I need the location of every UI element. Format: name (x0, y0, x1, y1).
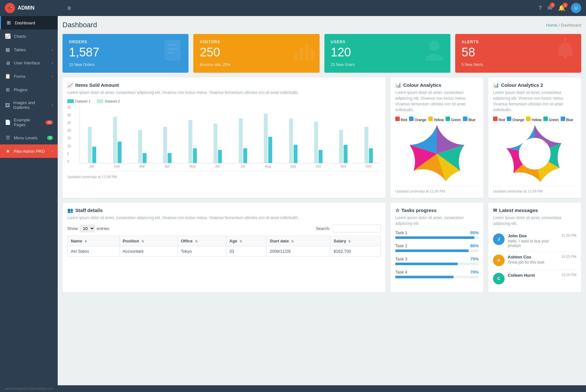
svg-rect-7 (294, 53, 298, 61)
pie-chart-2-wrap (493, 125, 576, 183)
pie-chart-2 (506, 125, 564, 183)
user-avatar[interactable]: U (571, 3, 581, 13)
legend-dataset2: Dataset 2 (97, 99, 120, 103)
cell-position: Accountant (119, 246, 178, 256)
bar-dataset2 (213, 124, 217, 163)
task-1-bg (395, 236, 479, 239)
page-header: Dashboard Home / Dashboard (63, 21, 581, 29)
msg-content-2: Ashton Cox Great job for this task (508, 255, 558, 265)
forms-arrow-icon: › (52, 75, 53, 78)
sidebar-item-menu-levels[interactable]: ☰ Menu Levels 9 (0, 131, 58, 144)
y-axis: 35 30 25 20 15 10 5 0 (67, 106, 71, 163)
col-salary[interactable]: Salary ⇅ (330, 236, 381, 246)
task-3-header: Task 3 75% (395, 257, 479, 261)
ui-arrow-icon: › (52, 61, 53, 65)
charts-row: 📈 Items Sold Amount Lorem ipsum dolor si… (63, 78, 581, 198)
sidebar-item-charts[interactable]: 📈 Charts (0, 29, 58, 43)
message-2: A Ashton Cox Great job for this task 14:… (493, 251, 576, 270)
col-position[interactable]: Position ⇅ (119, 236, 178, 246)
bar-dataset2 (88, 127, 92, 163)
bar-group-Jun (205, 105, 230, 163)
bar-group-Apr (155, 105, 180, 163)
table-row: Airi Satou Accountant Tokyo 33 2008/11/2… (68, 246, 381, 256)
bar-dataset2 (364, 127, 368, 163)
col-office[interactable]: Office ⇅ (178, 236, 226, 246)
msg-name-3: Colleen Hurst (508, 273, 558, 278)
task-1-fill (395, 236, 474, 239)
sidebar-item-example-pages[interactable]: 📄 Example Pages 20 (0, 114, 58, 131)
bar-month-label: May (180, 165, 205, 168)
chart-icon: 📈 (67, 82, 73, 88)
sidebar-item-label: Forms (14, 74, 26, 79)
stat-card-orders: ORDERS 1,587 15 New Orders (63, 34, 188, 73)
breadcrumb-home[interactable]: Home (546, 23, 557, 28)
svg-point-2 (11, 7, 12, 8)
sidebar-item-plugins[interactable]: ⊞ Plugins (0, 83, 58, 96)
help-icon[interactable]: ? (539, 5, 542, 12)
task-2: Task 2 88% (395, 243, 479, 252)
task-1-pct: 95% (470, 230, 479, 235)
bar-month-label: Apr (155, 165, 180, 168)
logo-icon (5, 3, 15, 13)
breadcrumb-current: Dashboard (561, 23, 581, 28)
brand-name: ADMIN (18, 5, 34, 11)
task-3-bg (395, 263, 479, 265)
legend-dot (526, 117, 531, 121)
task-4-label: Task 4 (395, 270, 407, 274)
bar-dataset1 (143, 153, 146, 163)
users-icon (423, 39, 446, 68)
task-1: Task 1 95% (395, 230, 479, 239)
task-1-label: Task 1 (395, 230, 407, 235)
messages-desc: Lorem ipsum dolor sit amet, consectetur … (493, 215, 576, 226)
pie-legend-1: Red Orange Yellow Green Blue (395, 117, 479, 122)
sidebar-item-images[interactable]: 🖼 Images and Galleries › (0, 96, 58, 114)
bell-icon[interactable]: 🔔 5 (558, 4, 565, 12)
mail-icon[interactable]: ✉ 3 (548, 4, 552, 12)
sidebar-item-tables[interactable]: ▦ Tables › (0, 43, 58, 56)
svg-point-13 (564, 38, 567, 41)
items-sold-card: 📈 Items Sold Amount Lorem ipsum dolor si… (63, 78, 386, 198)
bar-group-Jan (80, 105, 104, 163)
legend-color-2 (97, 99, 103, 103)
bar-group-Jul (231, 105, 255, 163)
task-4-pct: 70% (470, 270, 479, 274)
staff-details-desc: Lorem ipsum dolor sit amet, consectetur … (67, 215, 381, 221)
sidebar-item-user-interface[interactable]: 🖥 User Interface › (0, 56, 58, 69)
visitors-icon (292, 40, 315, 67)
svg-point-14 (519, 138, 551, 169)
task-4: Task 4 70% (395, 270, 479, 278)
msg-time-3: 13:20 PM (561, 273, 576, 277)
task-4-header: Task 4 70% (395, 270, 479, 274)
tasks-title: ☆ Tasks progress (395, 208, 479, 213)
colour-analytics-title: 📊 Colour Analytics (395, 82, 479, 88)
table-entries: Show 10 25 50 entries (67, 225, 109, 232)
task-2-fill (395, 249, 469, 252)
items-sold-footer: Updated yesterday at 11:59 PM (67, 171, 381, 179)
col-start-date[interactable]: Start date ⇅ (266, 236, 331, 246)
colour-analytics-card: 📊 Colour Analytics Lorem ipsum dolor sit… (390, 78, 483, 198)
navbar-right: ? ✉ 3 🔔 5 U (539, 3, 581, 13)
table-search: Search: (316, 225, 381, 233)
messages-list: J John Doe Hello. I want to buy your pro… (493, 230, 576, 288)
sidebar-item-forms[interactable]: 📋 Forms › (0, 69, 58, 83)
search-input[interactable] (333, 225, 381, 233)
bar-group-Sep (281, 105, 305, 163)
bar-dataset1 (243, 148, 247, 163)
ui-icon: 🖥 (5, 60, 11, 66)
sidebar-item-label: Charts (14, 34, 26, 39)
col-name[interactable]: Name ⇅ (68, 236, 120, 246)
bar-month-label: Aug (256, 165, 280, 168)
entries-select[interactable]: 10 25 50 (80, 225, 95, 232)
sidebar-item-pro[interactable]: ★ Pike Admin PRO › (0, 144, 58, 158)
main-layout: ⊞ Dashboard 📈 Charts ▦ Tables › 🖥 User I… (0, 16, 586, 385)
col-age[interactable]: Age ⇅ (226, 236, 266, 246)
stat-cards: ORDERS 1,587 15 New Orders VISITORS 250 … (63, 34, 581, 73)
bar-group-Oct (306, 105, 331, 163)
task-4-bg (395, 276, 479, 278)
navbar-toggle-icon[interactable]: ≡ (67, 4, 71, 12)
tables-icon: ▦ (5, 47, 11, 53)
bar-month-label: Mar (130, 165, 155, 168)
tables-arrow-icon: › (52, 48, 53, 52)
task-3-pct: 75% (470, 257, 479, 261)
sidebar-item-dashboard[interactable]: ⊞ Dashboard (0, 16, 58, 29)
